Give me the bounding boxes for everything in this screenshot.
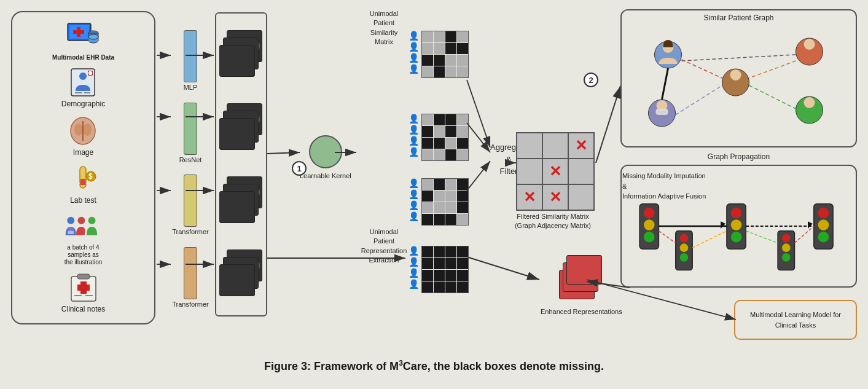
svg-line-47 (662, 68, 668, 100)
svg-rect-31 (77, 274, 90, 279)
svg-rect-42 (656, 109, 668, 115)
svg-line-51 (676, 85, 722, 115)
mlp-label: MLP (184, 84, 198, 91)
svg-line-50 (749, 61, 796, 78)
svg-rect-29 (68, 231, 74, 234)
svg-point-63 (818, 219, 829, 230)
image-label: Image (73, 148, 93, 158)
clinical-notes-icon (65, 272, 102, 303)
resnet-label: ResNet (179, 156, 202, 163)
main-container: Multimodal EHR Data (0, 0, 868, 389)
similar-patient-graph-label: Similar Patient Graph (625, 14, 853, 22)
database-icon (65, 22, 102, 52)
labtest-item: $ Lab test (65, 163, 102, 206)
image-icon (65, 116, 102, 146)
svg-line-98 (596, 86, 620, 163)
svg-point-54 (644, 208, 655, 219)
svg-point-59 (731, 219, 742, 230)
svg-point-66 (680, 234, 689, 243)
enhanced-label: Enhanced Representations (541, 307, 622, 316)
layer-group-2 (219, 103, 264, 152)
svg-point-17 (74, 124, 83, 136)
clinical-notes-label: Clinical notes (61, 305, 105, 315)
transformer1-label: Transformer (172, 228, 209, 235)
people-icon (65, 211, 101, 242)
unimodal-similarity-label: UnimodalPatientSimilarityMatrix (356, 9, 412, 47)
svg-point-26 (78, 217, 85, 224)
left-data-box: Multimodal EHR Data (11, 11, 155, 324)
svg-line-99 (467, 257, 539, 280)
diagram-area: Multimodal EHR Data (0, 0, 868, 350)
svg-point-27 (88, 217, 96, 224)
svg-point-10 (79, 73, 87, 80)
svg-point-56 (644, 232, 655, 243)
similar-patient-graph-box: Similar Patient Graph (620, 9, 857, 147)
svg-rect-33 (77, 285, 90, 291)
svg-point-18 (83, 124, 92, 136)
caption-text-2: Care, the black boxes denote missing. (403, 360, 604, 372)
labtest-label: Lab test (70, 196, 96, 206)
svg-line-95 (467, 161, 490, 191)
multimodal-learning-box: Multimodal Learning Model for Clinical T… (734, 300, 857, 340)
svg-text:$: $ (88, 172, 93, 181)
number-1-badge: 1 (292, 161, 307, 176)
unimodal-representation-label: UnimodalPatientRepresentationExtraction (356, 227, 412, 265)
demographic-item: Demographic (61, 67, 105, 109)
kernel-circle (309, 135, 342, 168)
svg-point-70 (782, 234, 791, 243)
svg-point-55 (644, 219, 655, 230)
svg-marker-79 (721, 221, 725, 229)
people-item: a batch of 4samples asthe illustration (65, 211, 103, 266)
transformer2-label: Transformer (172, 301, 209, 308)
svg-line-76 (692, 231, 727, 248)
svg-point-46 (730, 69, 741, 81)
svg-line-77 (746, 231, 778, 243)
caption-superscript: 3 (399, 359, 403, 367)
labtest-icon: $ (65, 163, 102, 194)
svg-point-44 (804, 97, 815, 108)
svg-point-71 (782, 243, 791, 252)
svg-rect-12 (84, 92, 90, 93)
ehr-label: Multimodal EHR Data (52, 54, 114, 61)
svg-line-78 (794, 226, 813, 243)
svg-point-64 (818, 232, 829, 243)
graph-propagation-label: Graph Propagation (620, 152, 857, 161)
learnable-kernel-section: Learnable Kernel (300, 135, 351, 180)
svg-rect-34 (74, 295, 82, 296)
missing-modality-label: Missing Modality Imputation&Information … (622, 171, 739, 202)
caption-text-1: Figure 3: Framework of M (264, 360, 399, 372)
layer-group-1 (219, 30, 264, 79)
svg-line-48 (682, 55, 796, 61)
figure-caption: Figure 3: Framework of M3Care, the black… (264, 350, 604, 373)
svg-line-49 (682, 60, 722, 78)
filtered-matrix-section: ✕ ✕ ✕ ✕ (516, 132, 595, 211)
svg-point-8 (88, 34, 98, 39)
demographic-icon (65, 67, 102, 98)
layer-group-4 (219, 250, 264, 299)
ehr-data-item: Multimodal EHR Data (52, 22, 114, 61)
svg-line-96 (467, 80, 490, 147)
svg-line-52 (749, 85, 796, 109)
svg-point-72 (782, 253, 791, 262)
svg-marker-80 (808, 221, 813, 229)
patient-graph-svg (625, 24, 853, 138)
matrix-group-1: 👤 👤 👤 👤 (409, 31, 469, 78)
demographic-label: Demographic (61, 100, 105, 109)
svg-line-75 (659, 231, 675, 243)
svg-point-39 (804, 39, 815, 50)
image-item: Image (65, 116, 102, 158)
feature-layers-box (215, 12, 267, 316)
layer-group-3 (219, 176, 264, 226)
svg-point-68 (680, 253, 689, 262)
svg-rect-3 (73, 30, 84, 34)
matrix-group-3: 👤 👤 👤 👤 (409, 178, 469, 226)
svg-rect-11 (75, 92, 82, 93)
multimodal-learning-label: Multimodal Learning Model for Clinical T… (738, 310, 853, 330)
people-label: a batch of 4samples asthe illustration (65, 244, 103, 266)
kernel-label: Learnable Kernel (300, 171, 351, 180)
svg-line-94 (467, 123, 490, 152)
encoder-labels: MLP ResNet Transformer Transformer (160, 25, 221, 313)
svg-rect-15 (88, 72, 92, 74)
svg-point-60 (731, 232, 742, 243)
svg-point-62 (818, 208, 829, 219)
